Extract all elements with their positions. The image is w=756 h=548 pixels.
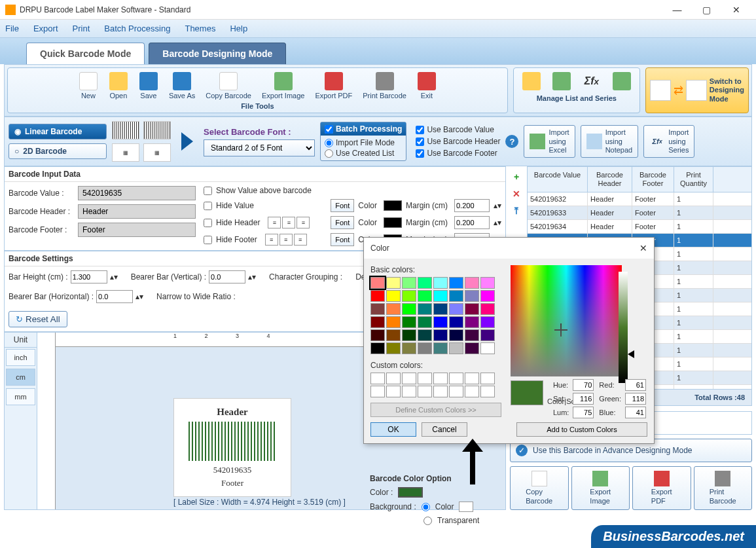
copy-barcode-button[interactable]: Copy Barcode: [202, 71, 255, 101]
basic-color-swatch[interactable]: [370, 316, 385, 328]
basic-color-swatch[interactable]: [433, 316, 448, 328]
basic-color-swatch[interactable]: [418, 290, 432, 302]
basic-color-swatch[interactable]: [418, 329, 432, 341]
sat-input[interactable]: [573, 393, 594, 405]
bg-color-radio[interactable]: [422, 503, 430, 511]
basic-color-swatch[interactable]: [402, 290, 416, 302]
basic-color-swatch[interactable]: [370, 342, 385, 354]
export-image-button[interactable]: Export Image: [258, 71, 308, 101]
table-row[interactable]: 542019632HeaderFooter1: [528, 192, 751, 206]
save-as-button[interactable]: Save As: [165, 71, 199, 101]
basic-color-swatch[interactable]: [449, 290, 463, 302]
menu-file[interactable]: File: [5, 24, 19, 33]
color-field[interactable]: [511, 265, 622, 376]
show-above-check[interactable]: [204, 187, 212, 195]
print-barcode-button[interactable]: Print Barcode: [359, 71, 410, 101]
basic-color-swatch[interactable]: [433, 342, 448, 354]
minimize-button[interactable]: —: [662, 1, 692, 19]
linear-barcode-radio[interactable]: ◉Linear Barcode: [9, 124, 107, 139]
basic-color-swatch[interactable]: [465, 316, 479, 328]
basic-color-swatch[interactable]: [402, 303, 416, 315]
table-row[interactable]: 542019634HeaderFooter1: [528, 220, 751, 234]
use-header-check[interactable]: [416, 137, 424, 146]
basic-color-swatch[interactable]: [370, 277, 385, 289]
basic-color-swatch[interactable]: [480, 290, 495, 302]
basic-color-swatch[interactable]: [465, 277, 479, 289]
refresh-button[interactable]: [608, 71, 636, 93]
footer-font-button[interactable]: Font: [331, 233, 354, 246]
menu-export[interactable]: Export: [33, 24, 58, 33]
basic-color-swatch[interactable]: [418, 316, 432, 328]
color-ok-button[interactable]: OK: [370, 422, 416, 437]
basic-color-swatch[interactable]: [386, 342, 401, 354]
grid-top-button[interactable]: ⤒: [510, 204, 523, 217]
basic-color-swatch[interactable]: [480, 342, 495, 354]
bar-height-input[interactable]: [71, 270, 107, 283]
basic-color-swatch[interactable]: [386, 329, 401, 341]
basic-color-swatch[interactable]: [402, 342, 416, 354]
open-button[interactable]: Open: [105, 71, 132, 101]
basic-color-swatch[interactable]: [418, 277, 432, 289]
blue-input[interactable]: [625, 407, 646, 418]
basic-color-swatch[interactable]: [433, 290, 448, 302]
excel-button[interactable]: [548, 71, 575, 93]
value-margin-input[interactable]: [454, 199, 490, 212]
hue-input[interactable]: [573, 379, 594, 391]
basic-color-swatch[interactable]: [465, 329, 479, 341]
basic-color-swatch[interactable]: [386, 303, 401, 315]
use-value-check[interactable]: [416, 126, 424, 134]
value-color-swatch[interactable]: [384, 200, 402, 211]
color-cancel-button[interactable]: Cancel: [422, 422, 467, 437]
import-excel-button[interactable]: Import using Excel: [524, 125, 575, 158]
hide-footer-check[interactable]: [204, 236, 212, 244]
basic-color-swatch[interactable]: [370, 303, 385, 315]
basic-color-swatch[interactable]: [465, 290, 479, 302]
barcode-value-input[interactable]: [78, 186, 196, 200]
use-created-radio[interactable]: [325, 149, 333, 158]
help-icon[interactable]: ?: [505, 135, 518, 148]
barcode-header-input[interactable]: [78, 204, 196, 219]
hide-header-check[interactable]: [204, 219, 212, 227]
import-file-radio[interactable]: [325, 139, 333, 147]
basic-color-swatch[interactable]: [449, 329, 463, 341]
import-series-button[interactable]: ΣfxImport using Series: [643, 125, 694, 158]
hide-value-check[interactable]: [204, 202, 212, 210]
basic-color-swatch[interactable]: [370, 290, 385, 302]
header-color-swatch[interactable]: [384, 217, 402, 228]
new-button[interactable]: New: [75, 71, 102, 101]
basic-color-swatch[interactable]: [386, 316, 401, 328]
menu-help[interactable]: Help: [230, 24, 247, 33]
basic-color-swatch[interactable]: [418, 303, 432, 315]
align-right[interactable]: ≡: [297, 217, 310, 228]
menu-batch[interactable]: Batch Processing: [104, 24, 170, 33]
bearer-v-input[interactable]: [209, 270, 245, 283]
maximize-button[interactable]: ▢: [692, 1, 721, 19]
exit-button[interactable]: Exit: [413, 71, 441, 101]
export-image-action[interactable]: Export Image: [571, 466, 630, 509]
copy-barcode-action[interactable]: Copy Barcode: [510, 466, 569, 509]
align-center[interactable]: ≡: [282, 217, 295, 228]
basic-color-swatch[interactable]: [449, 277, 463, 289]
menu-themes[interactable]: Themes: [185, 24, 215, 33]
export-pdf-button[interactable]: Export PDF: [311, 71, 356, 101]
basic-color-swatch[interactable]: [402, 277, 416, 289]
print-barcode-action[interactable]: Print Barcode: [694, 466, 753, 509]
tab-quick-barcode[interactable]: Quick Barcode Mode: [26, 43, 145, 64]
basic-color-swatch[interactable]: [386, 277, 401, 289]
export-pdf-action[interactable]: Export PDF: [632, 466, 691, 509]
align-left[interactable]: ≡: [268, 217, 281, 228]
basic-color-swatch[interactable]: [402, 316, 416, 328]
luminance-bar[interactable]: [619, 272, 628, 383]
unit-inch[interactable]: inch: [6, 349, 35, 366]
value-font-button[interactable]: Font: [331, 199, 354, 212]
define-custom-button[interactable]: Define Custom Colors >>: [370, 403, 501, 417]
grid-add-button[interactable]: +: [510, 170, 523, 183]
red-input[interactable]: [625, 379, 646, 391]
basic-color-swatch[interactable]: [370, 329, 385, 341]
bearer-h-input[interactable]: [96, 290, 133, 303]
basic-color-swatch[interactable]: [433, 303, 448, 315]
header-font-button[interactable]: Font: [331, 216, 354, 229]
barcode-font-select[interactable]: Standard 2 of 5 Font: [204, 139, 315, 156]
import-notepad-button[interactable]: Import using Notepad: [581, 125, 639, 158]
unit-cm[interactable]: cm: [6, 369, 35, 386]
